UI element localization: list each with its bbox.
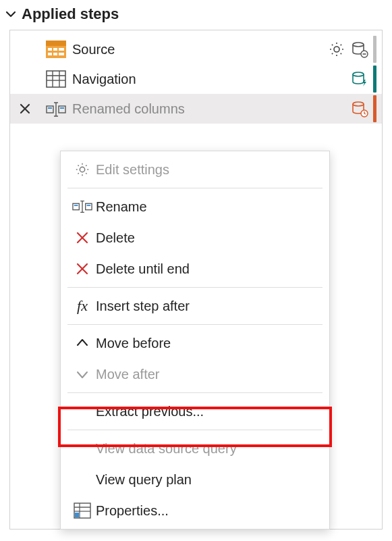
menu-label: Extract previous... [96, 404, 204, 419]
menu-separator [67, 188, 323, 188]
menu-label: Move after [96, 367, 159, 382]
steps-list: Source [9, 30, 383, 530]
step-label: Source [72, 42, 327, 57]
svg-rect-11 [47, 71, 65, 87]
menu-label: Delete [96, 230, 135, 246]
step-label: Navigation [72, 72, 350, 87]
svg-point-21 [353, 102, 364, 106]
step-row-navigation[interactable]: Navigation [10, 64, 382, 94]
menu-separator [67, 430, 323, 430]
svg-rect-31 [75, 513, 79, 517]
menu-label: View query plan [96, 472, 192, 488]
gear-icon[interactable] [327, 40, 346, 59]
svg-rect-3 [53, 48, 57, 51]
menu-delete-until-end[interactable]: Delete until end [61, 253, 329, 284]
gear-icon [69, 162, 96, 177]
properties-icon [69, 503, 96, 519]
database-bolt-icon [350, 70, 369, 88]
collapse-icon [5, 9, 16, 20]
menu-view-query-plan[interactable]: View query plan [61, 464, 329, 495]
svg-rect-2 [48, 48, 52, 51]
svg-point-8 [353, 43, 364, 47]
step-row-source[interactable]: Source [10, 34, 382, 64]
step-context-menu: Edit settings Rename Delete [60, 151, 330, 530]
menu-separator [67, 392, 323, 393]
menu-label: Delete until end [96, 261, 190, 277]
chevron-up-icon [69, 336, 96, 350]
step-row-renamed-columns[interactable]: Renamed columns [10, 94, 382, 124]
svg-rect-26 [87, 205, 91, 206]
menu-rename[interactable]: Rename [61, 191, 329, 222]
menu-insert-step-after[interactable]: fx Insert step after [61, 290, 329, 321]
menu-edit-settings: Edit settings [61, 154, 329, 185]
table-icon [45, 68, 67, 90]
applied-steps-header[interactable]: Applied steps [0, 0, 392, 30]
menu-move-after: Move after [61, 359, 329, 390]
menu-delete[interactable]: Delete [61, 222, 329, 253]
x-red-icon [69, 231, 96, 244]
svg-rect-17 [47, 106, 53, 113]
panel-title: Applied steps [22, 5, 119, 23]
menu-view-data-source-query: View data source query [61, 433, 329, 464]
menu-move-before[interactable]: Move before [61, 328, 329, 359]
status-bar [373, 95, 376, 122]
svg-rect-24 [86, 203, 92, 209]
svg-rect-1 [46, 41, 66, 46]
database-minus-icon [350, 40, 369, 59]
menu-extract-previous[interactable]: Extract previous... [61, 396, 329, 427]
chevron-down-icon [69, 367, 96, 381]
source-icon [45, 38, 67, 60]
menu-separator [67, 287, 323, 288]
delete-step-button[interactable] [14, 102, 36, 115]
rename-column-icon [45, 98, 67, 120]
svg-rect-19 [48, 107, 52, 109]
menu-label: View data source query [96, 441, 237, 457]
step-label: Renamed columns [72, 101, 350, 117]
menu-label: Properties... [96, 503, 169, 519]
menu-label: Rename [96, 199, 147, 215]
menu-label: Move before [96, 336, 171, 351]
menu-properties[interactable]: Properties... [61, 495, 329, 526]
menu-label: Edit settings [96, 162, 169, 178]
x-red-icon [69, 262, 96, 276]
status-bar [373, 66, 376, 93]
svg-rect-4 [59, 48, 64, 51]
rename-icon [69, 200, 96, 213]
status-bar [373, 36, 376, 63]
database-clock-icon [350, 99, 369, 118]
menu-separator [67, 324, 323, 325]
menu-label: Insert step after [96, 299, 190, 314]
svg-rect-18 [59, 106, 65, 113]
fx-icon: fx [69, 297, 96, 315]
svg-rect-23 [73, 203, 79, 209]
svg-rect-6 [53, 53, 57, 55]
svg-rect-7 [59, 53, 64, 55]
svg-point-16 [353, 72, 364, 76]
svg-rect-20 [60, 107, 64, 109]
svg-rect-5 [48, 53, 52, 55]
svg-rect-25 [74, 205, 78, 206]
